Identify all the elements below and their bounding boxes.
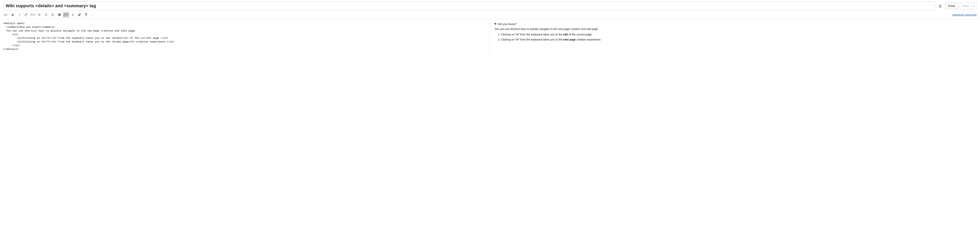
bold-button[interactable]: B: [10, 12, 16, 17]
abc-icon: ABC: [64, 13, 69, 16]
preview-pane: Did you know? You can use shortcut keys …: [490, 19, 980, 54]
svg-point-10: [38, 15, 38, 16]
svg-point-3: [940, 6, 941, 6]
svg-point-1: [940, 5, 940, 5]
bold-icon: B: [12, 13, 14, 16]
markdown-editor[interactable]: <details open> <summary>Did you know?</s…: [0, 19, 490, 54]
text-style-icon: A▾: [4, 13, 7, 16]
toolbar-row: A▾ ▾ B I </> 123 ABC: [0, 11, 980, 19]
chevron-down-icon: [973, 5, 975, 7]
save-button-group: Save: [959, 3, 977, 9]
details-block[interactable]: Did you know? You can use shortcut keys …: [494, 22, 976, 42]
save-dropdown-button[interactable]: [972, 3, 977, 9]
code-button[interactable]: </>: [30, 12, 36, 17]
ellipsis-icon: ···: [92, 13, 94, 16]
settings-button[interactable]: [937, 3, 943, 9]
list-item: Clicking on "n" from the keyboard takes …: [501, 38, 976, 42]
abc-button[interactable]: ABC: [63, 12, 69, 17]
svg-rect-21: [58, 14, 60, 16]
markdown-supported-link[interactable]: Markdown supported.: [952, 13, 977, 16]
svg-point-5: [939, 7, 940, 8]
wiki-edit-page: Close Save A▾ ▾ B I </>: [0, 0, 980, 54]
code-icon: </>: [30, 13, 35, 16]
svg-point-6: [38, 14, 38, 14]
italic-icon: I: [19, 13, 20, 16]
checklist-icon: [51, 13, 54, 16]
attach-button[interactable]: [76, 12, 82, 17]
svg-point-8: [38, 14, 38, 15]
bullet-list-icon: [38, 13, 41, 16]
numbered-list-button[interactable]: 123: [43, 12, 49, 17]
table-button[interactable]: [56, 12, 62, 17]
bullet-list-button[interactable]: [37, 12, 42, 17]
table-icon: [58, 13, 61, 16]
checklist-button[interactable]: [50, 12, 56, 17]
more-button[interactable]: ···: [90, 12, 95, 17]
editor-split: <details open> <summary>Did you know?</s…: [0, 19, 980, 54]
details-summary[interactable]: Did you know?: [494, 22, 976, 26]
svg-text:3: 3: [45, 15, 45, 16]
save-button[interactable]: Save: [959, 3, 972, 9]
formatting-toolbar: A▾ ▾ B I </> 123 ABC: [3, 12, 95, 17]
chevron-down-icon: ▾: [8, 14, 8, 16]
link-icon: [24, 13, 28, 16]
page-title-input[interactable]: [3, 2, 935, 10]
details-body-text: You can use shortcut keys to quickly nav…: [494, 27, 976, 31]
text-style-dropdown[interactable]: A▾ ▾: [3, 12, 9, 17]
details-list: Clicking on "e" from the keyboard takes …: [494, 33, 976, 42]
paperclip-icon: [78, 13, 81, 16]
clipboard-icon: [84, 13, 88, 16]
hash-icon: #: [72, 13, 73, 16]
paste-button[interactable]: [83, 12, 89, 17]
link-button[interactable]: [23, 12, 29, 17]
close-button[interactable]: Close: [945, 3, 958, 9]
header-row: Close Save: [0, 0, 980, 11]
numbered-list-icon: 123: [45, 13, 48, 16]
italic-button[interactable]: I: [16, 12, 22, 17]
list-item: Clicking on "e" from the keyboard takes …: [501, 33, 976, 37]
hash-button[interactable]: #: [70, 12, 76, 17]
sliders-icon: [939, 4, 942, 8]
